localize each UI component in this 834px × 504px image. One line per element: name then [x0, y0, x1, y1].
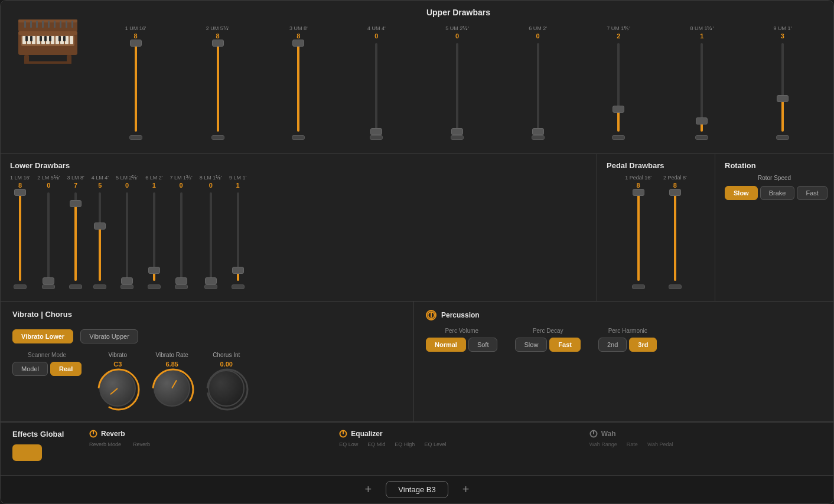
drawbar-value: 0: [47, 182, 50, 189]
drawbar-track[interactable]: [637, 192, 640, 281]
drawbar-item: 8 UM 1⅓'1: [690, 25, 714, 140]
drawbar-track[interactable]: [217, 43, 219, 132]
perc-decay-group: Perc Decay Slow Fast: [515, 328, 580, 352]
rotation-title: Rotation: [725, 161, 824, 170]
percussion-header: Percussion: [426, 310, 822, 320]
drawbar-track[interactable]: [781, 43, 784, 132]
svg-rect-23: [63, 36, 66, 41]
vibrato-knob[interactable]: [99, 370, 136, 407]
drawbar-handle[interactable]: [532, 128, 544, 135]
drawbar-handle[interactable]: [148, 267, 160, 274]
reverb-subsection: Reverb Reverb Mode Reverb: [89, 430, 321, 468]
percussion-power-icon[interactable]: [426, 310, 436, 320]
drawbar-track[interactable]: [19, 192, 21, 281]
drawbar-handle[interactable]: [175, 277, 187, 284]
rotor-brake-btn[interactable]: Brake: [760, 186, 795, 200]
drawbar-track[interactable]: [375, 43, 377, 132]
drawbar-track[interactable]: [674, 192, 676, 281]
vibrato-lower-btn[interactable]: Vibrato Lower: [12, 329, 73, 343]
rotor-fast-btn[interactable]: Fast: [797, 186, 827, 200]
drawbar-handle[interactable]: [777, 95, 789, 102]
wah-power-icon[interactable]: [589, 430, 598, 438]
vibrato-row1: Vibrato Lower Vibrato Upper: [12, 329, 402, 343]
drawbar-value: 3: [781, 32, 784, 40]
drawbar-track[interactable]: [456, 43, 458, 132]
drawbar-track[interactable]: [210, 192, 212, 281]
model-btn[interactable]: Model: [12, 362, 48, 376]
reverb-mode-label: Reverb Mode: [89, 441, 121, 447]
drawbar-handle[interactable]: [696, 117, 708, 125]
rotation-section: Rotation Rotor Speed Slow Brake Fast: [715, 154, 833, 301]
drawbar-track[interactable]: [153, 192, 155, 281]
drawbar-handle[interactable]: [451, 128, 463, 135]
drawbar-value: 8: [673, 182, 677, 189]
drawbar-item: 2 LM 5⅓'0: [37, 175, 60, 289]
eq-power-svg: [339, 430, 347, 438]
drawbar-handle[interactable]: [121, 277, 133, 284]
bottom-sections: Vibrato | Chorus Vibrato Lower Vibrato U…: [1, 302, 833, 422]
drawbar-track[interactable]: [180, 192, 183, 281]
drawbar-item: 4 UM 4'0: [367, 25, 386, 140]
drawbar-handle[interactable]: [43, 277, 54, 284]
vibrato-rate-knob[interactable]: [154, 370, 190, 407]
perc-slow-btn[interactable]: Slow: [515, 338, 547, 352]
drawbar-track[interactable]: [135, 43, 137, 132]
rotor-slow-btn[interactable]: Slow: [725, 186, 758, 200]
drawbar-handle[interactable]: [205, 277, 217, 284]
wah-pedal-label: Wah Pedal: [647, 441, 673, 447]
drawbar-track[interactable]: [74, 192, 77, 281]
drawbar-track[interactable]: [237, 192, 239, 281]
add-left-btn[interactable]: +: [360, 482, 376, 498]
equalizer-header: Equalizer: [339, 430, 571, 438]
wah-range-label: Wah Range: [589, 441, 617, 447]
drawbar-track[interactable]: [126, 192, 128, 281]
drawbar-label: 8 LM 1⅓': [200, 175, 222, 181]
drawbar-value: 8: [637, 182, 640, 189]
drawbar-handle[interactable]: [613, 106, 624, 113]
drawbar-track[interactable]: [701, 43, 703, 132]
drawbar-handle[interactable]: [94, 222, 106, 230]
perc-volume-btns: Normal Soft: [426, 338, 497, 352]
chorus-int-knob[interactable]: [208, 370, 245, 407]
eq-power-icon[interactable]: [339, 430, 347, 438]
drawbar-handle[interactable]: [70, 200, 82, 207]
organ-icon: [15, 11, 80, 64]
drawbar-base: [292, 135, 305, 140]
rotor-speed-group: Slow Brake Fast: [725, 186, 824, 200]
drawbar-handle[interactable]: [669, 189, 681, 196]
svg-rect-34: [71, 21, 73, 28]
vibrato-upper-btn[interactable]: Vibrato Upper: [80, 329, 138, 343]
perc-normal-btn[interactable]: Normal: [426, 338, 466, 352]
svg-rect-19: [40, 36, 42, 41]
rotation-controls: Rotor Speed Slow Brake Fast: [725, 175, 824, 200]
drawbar-handle[interactable]: [232, 267, 244, 274]
drawbar-base: [93, 284, 106, 289]
drawbar-label: 7 UM 1⅗': [607, 25, 630, 31]
drawbar-track[interactable]: [47, 192, 50, 281]
chorus-int-knob-ring: [205, 367, 250, 412]
drawbar-track[interactable]: [297, 43, 299, 132]
drawbar-handle[interactable]: [14, 189, 26, 196]
vintage-b3-tab[interactable]: Vintage B3: [386, 481, 448, 498]
real-btn[interactable]: Real: [50, 362, 82, 376]
middle-sections: Lower Drawbars 1 LM 16'82 LM 5⅓'03 LM 8'…: [1, 154, 833, 302]
drawbar-handle[interactable]: [370, 128, 382, 135]
perc-volume-group: Perc Volume Normal Soft: [426, 328, 497, 352]
drawbar-handle[interactable]: [633, 189, 644, 196]
fx-chain-btn[interactable]: [12, 444, 42, 461]
drawbar-handle[interactable]: [212, 40, 224, 47]
upper-drawbars-grid: 1 UM 16'82 UM 5⅓'83 UM 8'84 UM 4'05 UM 2…: [95, 25, 822, 140]
perc-soft-btn[interactable]: Soft: [468, 338, 498, 352]
drawbar-handle[interactable]: [292, 40, 304, 47]
drawbar-track[interactable]: [99, 192, 101, 281]
perc-3rd-btn[interactable]: 3rd: [629, 338, 657, 352]
drawbar-handle[interactable]: [130, 40, 142, 47]
add-right-btn[interactable]: +: [458, 482, 474, 498]
drawbar-track[interactable]: [537, 43, 539, 132]
scanner-mode-group: Scanner Mode Model Real: [12, 352, 82, 376]
scanner-mode-label: Scanner Mode: [12, 352, 82, 358]
reverb-power-icon[interactable]: [89, 430, 97, 438]
drawbar-track[interactable]: [617, 43, 620, 132]
perc-fast-btn[interactable]: Fast: [549, 338, 581, 352]
perc-2nd-btn[interactable]: 2nd: [598, 338, 627, 352]
